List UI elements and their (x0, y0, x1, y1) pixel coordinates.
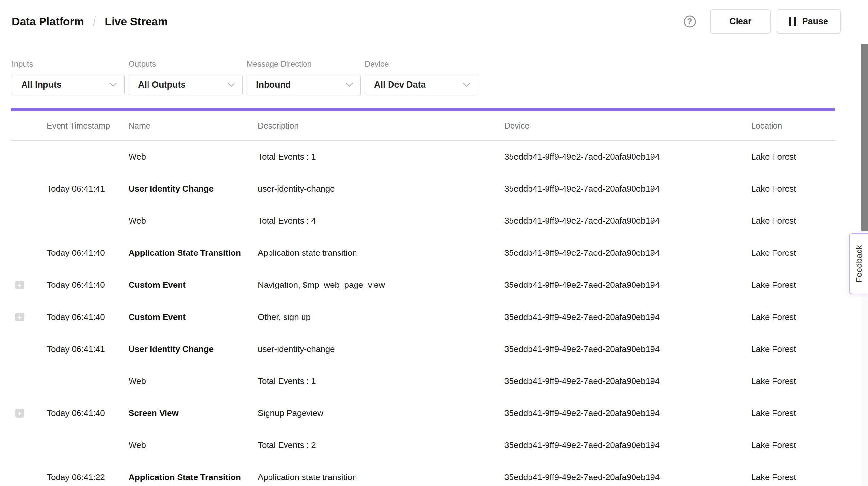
cell-device: 35eddb41-9ff9-49e2-7aed-20afa90eb194 (504, 344, 751, 354)
table-row[interactable]: + Web Total Events : 2 35eddb41-9ff9-49e… (11, 429, 835, 461)
cell-device: 35eddb41-9ff9-49e2-7aed-20afa90eb194 (504, 472, 751, 482)
cell-location: Lake Forest (751, 440, 835, 450)
expand-button[interactable]: + (15, 313, 24, 322)
pause-button[interactable]: Pause (777, 9, 840, 34)
table-row[interactable]: + Web Total Events : 1 35eddb41-9ff9-49e… (11, 365, 835, 397)
cell-expand: + (11, 248, 47, 257)
cell-device: 35eddb41-9ff9-49e2-7aed-20afa90eb194 (504, 248, 751, 258)
cell-expand: + (11, 473, 47, 482)
filter-message-direction: Message Direction Inbound (247, 60, 361, 95)
cell-expand: + (11, 216, 47, 225)
feedback-tab-label: Feedback (854, 245, 864, 282)
cell-event-timestamp: Today 06:41:40 (47, 408, 128, 418)
chevron-down-icon (463, 83, 471, 87)
cell-device: 35eddb41-9ff9-49e2-7aed-20afa90eb194 (504, 152, 751, 162)
breadcrumb-separator-icon: / (93, 14, 96, 29)
expand-button[interactable]: + (15, 409, 24, 418)
column-header-device: Device (504, 121, 751, 130)
clear-button-label: Clear (729, 17, 751, 27)
svg-text:?: ? (687, 17, 692, 26)
device-dropdown-value: All Dev Data (374, 80, 463, 90)
table-row[interactable]: + Today 06:41:40 Screen View Signup Page… (11, 397, 835, 429)
cell-name: Application State Transition (128, 248, 258, 258)
cell-device: 35eddb41-9ff9-49e2-7aed-20afa90eb194 (504, 440, 751, 450)
expand-button[interactable]: + (15, 281, 24, 290)
cell-event-timestamp: Today 06:41:40 (47, 280, 128, 290)
table-row[interactable]: + Today 06:41:22 Application State Trans… (11, 461, 835, 486)
filter-outputs-label: Outputs (128, 60, 243, 69)
table-body: + Web Total Events : 1 35eddb41-9ff9-49e… (11, 141, 835, 486)
cell-location: Lake Forest (751, 216, 835, 226)
feedback-tab[interactable]: Feedback (849, 233, 868, 294)
scrollbar-thumb[interactable] (862, 44, 868, 231)
message-direction-dropdown[interactable]: Inbound (247, 74, 361, 95)
cell-expand: + (11, 377, 47, 386)
filter-inputs: Inputs All Inputs (12, 60, 125, 95)
table-header: Event Timestamp Name Description Device … (11, 111, 835, 141)
cell-event-timestamp: Today 06:41:22 (47, 472, 128, 482)
accent-divider (11, 108, 835, 111)
cell-device: 35eddb41-9ff9-49e2-7aed-20afa90eb194 (504, 376, 751, 386)
cell-name: Web (128, 152, 258, 162)
cell-location: Lake Forest (751, 376, 835, 386)
cell-location: Lake Forest (751, 280, 835, 290)
cell-expand: + (11, 152, 47, 161)
message-direction-dropdown-value: Inbound (256, 80, 345, 90)
cell-name: User Identity Change (128, 184, 258, 194)
column-header-location: Location (751, 121, 835, 130)
table-row[interactable]: + Web Total Events : 1 35eddb41-9ff9-49e… (11, 141, 835, 173)
inputs-dropdown-value: All Inputs (21, 80, 109, 90)
table-row[interactable]: + Today 06:41:41 User Identity Change us… (11, 173, 835, 205)
cell-name: Custom Event (128, 280, 258, 290)
cell-location: Lake Forest (751, 472, 835, 482)
chevron-down-icon (227, 83, 235, 87)
table-row[interactable]: + Web Total Events : 4 35eddb41-9ff9-49e… (11, 205, 835, 237)
outputs-dropdown[interactable]: All Outputs (128, 74, 243, 95)
inputs-dropdown[interactable]: All Inputs (12, 74, 125, 95)
event-table: Event Timestamp Name Description Device … (11, 111, 835, 486)
table-row[interactable]: + Today 06:41:40 Custom Event Navigation… (11, 269, 835, 301)
clear-button[interactable]: Clear (710, 9, 771, 34)
outputs-dropdown-value: All Outputs (138, 80, 227, 90)
pause-button-label: Pause (802, 17, 828, 27)
cell-event-timestamp: Today 06:41:40 (47, 248, 128, 258)
chevron-down-icon (109, 83, 117, 87)
cell-name: Web (128, 376, 258, 386)
breadcrumb-live-stream: Live Stream (105, 15, 168, 28)
page-header: Data Platform / Live Stream ? Clear Paus… (0, 0, 868, 43)
column-header-description: Description (258, 121, 504, 130)
cell-device: 35eddb41-9ff9-49e2-7aed-20afa90eb194 (504, 280, 751, 290)
cell-description: Other, sign up (258, 312, 504, 322)
table-row[interactable]: + Today 06:41:40 Custom Event Other, sig… (11, 301, 835, 333)
cell-description: Total Events : 1 (258, 152, 504, 162)
cell-event-timestamp: Today 06:41:40 (47, 312, 128, 322)
device-dropdown[interactable]: All Dev Data (365, 74, 478, 95)
filter-message-direction-label: Message Direction (247, 60, 361, 69)
cell-description: Total Events : 1 (258, 376, 504, 386)
cell-location: Lake Forest (751, 184, 835, 194)
table-row[interactable]: + Today 06:41:41 User Identity Change us… (11, 333, 835, 365)
filter-device: Device All Dev Data (365, 60, 478, 95)
header-actions: ? Clear Pause (683, 9, 840, 34)
help-button[interactable]: ? (683, 14, 697, 29)
cell-expand: + (11, 345, 47, 354)
cell-name: Web (128, 440, 258, 450)
filter-outputs: Outputs All Outputs (128, 60, 243, 95)
cell-device: 35eddb41-9ff9-49e2-7aed-20afa90eb194 (504, 408, 751, 418)
table-row[interactable]: + Today 06:41:40 Application State Trans… (11, 237, 835, 269)
cell-description: Navigation, $mp_web_page_view (258, 280, 504, 290)
breadcrumb-data-platform[interactable]: Data Platform (12, 15, 84, 28)
cell-description: Total Events : 2 (258, 440, 504, 450)
cell-location: Lake Forest (751, 248, 835, 258)
help-icon: ? (683, 14, 697, 29)
cell-name: Application State Transition (128, 472, 258, 482)
live-stream-page: Data Platform / Live Stream ? Clear Paus… (0, 0, 868, 486)
cell-expand: + (11, 184, 47, 193)
cell-description: Total Events : 4 (258, 216, 504, 226)
cell-device: 35eddb41-9ff9-49e2-7aed-20afa90eb194 (504, 312, 751, 322)
cell-description: Application state transition (258, 248, 504, 258)
cell-name: User Identity Change (128, 344, 258, 354)
cell-location: Lake Forest (751, 152, 835, 162)
chevron-down-icon (345, 83, 353, 87)
cell-name: Screen View (128, 408, 258, 418)
